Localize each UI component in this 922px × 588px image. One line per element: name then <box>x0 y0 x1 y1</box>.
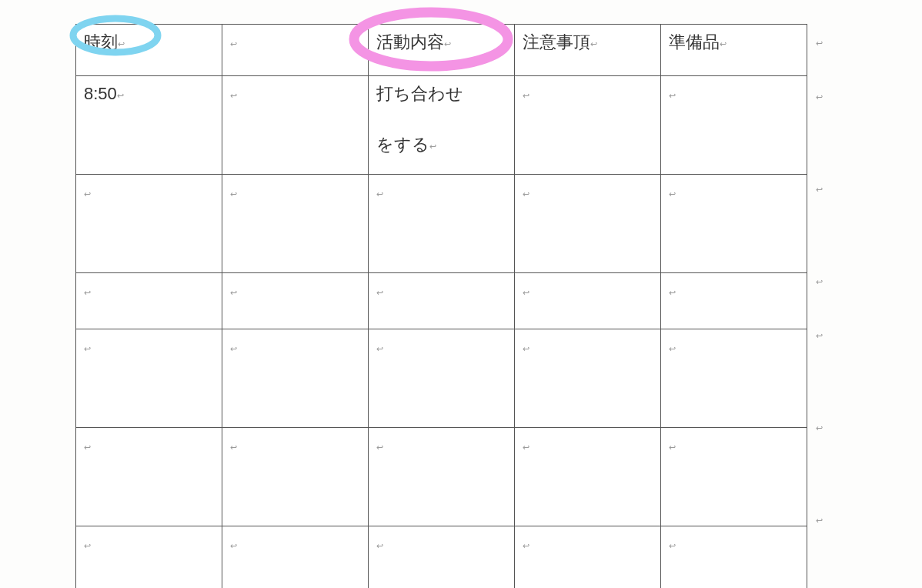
cell-r3-c2[interactable] <box>222 273 369 329</box>
paragraph-mark-icon <box>669 345 676 353</box>
cell-r5-c5[interactable] <box>661 428 807 526</box>
cell-r2-c1[interactable] <box>76 175 222 273</box>
cell-r5-c1[interactable] <box>76 428 222 526</box>
cell-r2-c2[interactable] <box>222 175 369 273</box>
cell-r6-c3[interactable] <box>369 526 515 589</box>
cell-r4-c2[interactable] <box>222 329 369 428</box>
cell-r6-c2[interactable] <box>222 526 369 589</box>
header-time-text: 時刻 <box>84 32 118 52</box>
cell-r3-c4[interactable] <box>515 273 661 329</box>
paragraph-mark-icon: ↩ <box>816 331 823 341</box>
paragraph-mark-icon <box>523 92 529 100</box>
cell-r6-c4[interactable] <box>515 526 661 589</box>
paragraph-mark-icon <box>230 345 237 353</box>
paragraph-mark-icon <box>376 289 383 297</box>
cell-r1-c1[interactable]: 8:50 <box>76 76 222 175</box>
paragraph-mark-icon <box>429 142 436 151</box>
paragraph-mark-icon <box>523 542 529 550</box>
cell-r4-c4[interactable] <box>515 329 661 428</box>
schedule-table: 時刻 活動内容 注意事頂 準備品 8:50 打ち合わせ をする <box>75 24 807 588</box>
paragraph-mark-icon <box>669 190 676 199</box>
cell-r4-c1[interactable] <box>76 329 222 428</box>
paragraph-mark-icon <box>669 92 676 100</box>
paragraph-mark-icon: ↩ <box>816 277 823 287</box>
paragraph-mark-icon <box>84 345 91 353</box>
table-header-row: 時刻 活動内容 注意事頂 準備品 <box>76 25 807 76</box>
paragraph-mark-icon <box>230 443 237 452</box>
cell-r3-c3[interactable] <box>369 273 515 329</box>
table-row <box>76 428 807 526</box>
paragraph-mark-icon <box>84 190 91 199</box>
cell-r1-c5[interactable] <box>661 76 807 175</box>
paragraph-mark-icon: ↩ <box>816 423 823 433</box>
cell-r5-c3[interactable] <box>369 428 515 526</box>
cell-r5-c2[interactable] <box>222 428 369 526</box>
cell-text: 打ち合わせ をする <box>376 84 463 154</box>
paragraph-mark-icon: ↩ <box>816 516 823 526</box>
header-time[interactable]: 時刻 <box>76 25 222 76</box>
header-supplies[interactable]: 準備品 <box>661 25 807 76</box>
paragraph-mark-icon: ↩ <box>816 92 823 102</box>
cell-r2-c5[interactable] <box>661 175 807 273</box>
paragraph-mark-icon <box>230 40 237 48</box>
paragraph-mark-icon <box>523 190 529 199</box>
paragraph-mark-icon <box>117 92 124 100</box>
header-caution[interactable]: 注意事頂 <box>515 25 661 76</box>
paragraph-mark-icon <box>84 443 91 452</box>
paragraph-mark-icon <box>523 345 529 353</box>
paragraph-mark-icon <box>118 40 125 48</box>
paragraph-mark-icon <box>230 542 237 550</box>
cell-r2-c3[interactable] <box>369 175 515 273</box>
table-row <box>76 329 807 428</box>
cell-r1-c3[interactable]: 打ち合わせ をする <box>369 76 515 175</box>
paragraph-mark-icon <box>590 40 597 48</box>
document-page: 時刻 活動内容 注意事頂 準備品 8:50 打ち合わせ をする <box>0 0 922 588</box>
cell-r1-c2[interactable] <box>222 76 369 175</box>
table-row: 8:50 打ち合わせ をする <box>76 76 807 175</box>
cell-r2-c4[interactable] <box>515 175 661 273</box>
paragraph-mark-icon <box>84 289 91 297</box>
paragraph-mark-icon <box>523 289 529 297</box>
paragraph-mark-icon <box>230 92 237 100</box>
cell-r3-c5[interactable] <box>661 273 807 329</box>
header-activity-text: 活動内容 <box>376 32 444 52</box>
paragraph-mark-icon <box>230 289 237 297</box>
paragraph-mark-icon <box>230 190 237 199</box>
table-row <box>76 273 807 329</box>
paragraph-mark-icon <box>376 190 383 199</box>
cell-r3-c1[interactable] <box>76 273 222 329</box>
cell-r5-c4[interactable] <box>515 428 661 526</box>
paragraph-mark-icon <box>444 40 451 48</box>
paragraph-mark-icon <box>669 289 676 297</box>
paragraph-mark-icon <box>669 542 676 550</box>
paragraph-mark-icon <box>669 443 676 452</box>
cell-r1-c4[interactable] <box>515 76 661 175</box>
cell-r4-c5[interactable] <box>661 329 807 428</box>
paragraph-mark-icon <box>376 542 383 550</box>
header-supplies-text: 準備品 <box>669 32 720 52</box>
header-activity[interactable]: 活動内容 <box>369 25 515 76</box>
table-row <box>76 175 807 273</box>
paragraph-mark-icon <box>523 443 529 452</box>
header-blank[interactable] <box>222 25 369 76</box>
header-caution-text: 注意事頂 <box>523 32 590 52</box>
cell-r6-c5[interactable] <box>661 526 807 589</box>
paragraph-mark-icon <box>84 542 91 550</box>
paragraph-mark-icon <box>376 443 383 452</box>
paragraph-mark-icon <box>720 40 727 48</box>
cell-r6-c1[interactable] <box>76 526 222 589</box>
cell-text: 8:50 <box>84 84 117 103</box>
paragraph-mark-icon: ↩ <box>816 38 823 48</box>
paragraph-mark-icon <box>376 345 383 353</box>
cell-r4-c3[interactable] <box>369 329 515 428</box>
table-row <box>76 526 807 589</box>
paragraph-mark-icon: ↩ <box>816 185 823 195</box>
